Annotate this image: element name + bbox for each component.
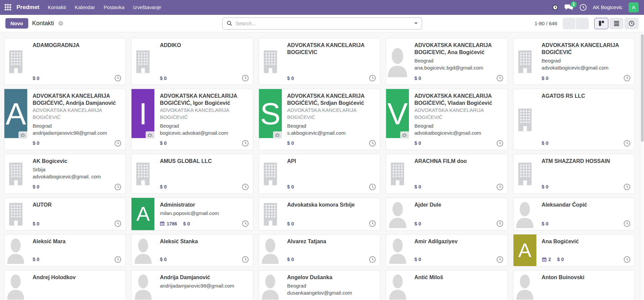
activity-clock-icon[interactable] [242,256,249,263]
amount: $ 0 [542,221,548,226]
activity-clock-icon[interactable] [242,75,249,82]
activity-clock-icon[interactable] [369,220,376,227]
contact-card[interactable]: A Ana Bogićević [513,234,635,266]
contact-card[interactable]: AGATOS RS LLC $ 0 [513,89,635,150]
menu-item-kalendar[interactable]: Kalendar [70,4,99,10]
contact-card[interactable]: Aleksić Stanka $ 0 [131,234,253,266]
activity-clock-icon[interactable] [496,256,503,263]
activity-clock-icon[interactable] [623,256,631,263]
pager[interactable]: 1-80 / 646 [534,20,557,26]
activity-small-clock-icon[interactable] [552,4,558,10]
contact-card-body: AUTOR $ 0 [27,198,125,230]
activity-clock-icon[interactable] [623,220,631,227]
building-icon [263,162,278,186]
search-bar[interactable] [222,17,422,30]
view-list-button[interactable] [609,18,623,29]
user-avatar[interactable]: A [629,2,639,12]
contact-card[interactable]: V ADVOKATSKA KANCELARIJA BOGIĆEVIĆ, Vlad… [386,89,507,150]
amount: $ 0 [33,140,39,146]
contact-card[interactable]: Alvarez Tatjana $ 0 [259,234,380,266]
contact-name: ADVOKATSKA KANCELARIJA BOGIĆEVIĆ [542,42,631,56]
avatar-letter: A [518,241,531,260]
activity-clock-icon[interactable] [114,75,121,82]
activity-clock-icon[interactable] [369,75,376,82]
activity-clock-icon[interactable] [369,256,376,263]
contact-card[interactable]: AMUS GLOBAL LLC $ 0 [131,154,253,194]
activity-clock-icon[interactable] [114,183,121,190]
contact-card[interactable]: Aleksandar Ćopić $ 0 [513,198,635,230]
contact-card[interactable]: Angelov Dušanka Beograddusankaangelov@gm… [259,270,380,300]
amount: $ 0 [557,257,564,262]
activity-clock-icon[interactable] [242,183,249,190]
app-name[interactable]: Predmet [16,4,39,11]
contact-card[interactable]: I ADVOKATSKA KANCELARIJA BOGIĆEVIĆ, Igor… [131,89,253,150]
letter-avatar: V [386,89,409,138]
messages-icon[interactable]: 2 [564,4,573,11]
contact-card[interactable]: ADVOKATSKA KANCELARIJA BOGIĆEVIĆ Beograd… [513,38,635,85]
activity-clock-icon[interactable] [623,75,631,82]
activity-clock-icon[interactable] [369,183,376,190]
apps-menu-icon[interactable] [5,4,11,10]
scrollbar-track[interactable] [640,33,644,300]
activity-clock-icon[interactable] [242,140,249,147]
contact-name: Advokatska komora Srbije [287,201,376,208]
contact-detail-line: advokatbogicevic@gmail. com [33,173,121,180]
contact-card[interactable]: AUTOR $ 0 [4,198,126,230]
contact-card[interactable]: ADAMOGRADNJA $ 0 [4,38,126,85]
activity-clock-icon[interactable] [114,140,121,147]
contact-card[interactable]: Andrej Holodkov [4,270,126,300]
contact-card[interactable]: Ajder Dule $ 0 [386,198,507,230]
activity-clock-icon[interactable] [623,183,631,190]
menu-item-kontakti[interactable]: Kontakti [43,4,70,10]
activities-clock-icon[interactable] [579,4,587,11]
view-kanban-button[interactable] [594,18,608,29]
activity-clock-icon[interactable] [496,220,503,227]
contact-card[interactable]: Amir Adilgaziyev $ 0 [386,234,507,266]
contact-card[interactable]: Antić Miloš [386,270,507,300]
camera-edit-icon[interactable] [18,131,27,139]
contact-card[interactable]: ADVOKATSKA KANCELARIJA BOGICEVIC $ 0 [259,38,380,85]
contact-card[interactable]: Advokatska komora Srbije $ 0 [259,198,380,230]
contact-card[interactable]: AK Bogicevic Srbijaadvokatbogicevic@gmai… [4,154,126,194]
contact-card[interactable]: ADVOKATSKA KANCELARIJA BOGICEVIC, Ana Bo… [386,38,507,85]
contact-card[interactable]: Anton Buinovski [513,270,635,300]
user-name[interactable]: AK Bogicevic [593,4,622,10]
contact-card[interactable]: A Administrator milan.popovic@gmail.com [131,198,253,230]
contact-card[interactable]: ADDIKO $ 0 [131,38,253,85]
contact-name: Ajder Dule [414,201,503,208]
activity-clock-icon[interactable] [496,183,503,190]
gear-icon[interactable]: ⚙ [58,20,64,27]
pager-next-button[interactable]: › [576,18,589,29]
contact-card[interactable]: S ADVOKATSKA KANCELARIJA BOGIĆEVIĆ, Srdj… [259,89,380,150]
menu-item-izve-tavanje[interactable]: Izveštavanje [129,4,165,10]
camera-edit-icon[interactable] [273,131,282,139]
contact-avatar [259,38,282,85]
activity-clock-icon[interactable] [369,140,376,147]
contact-card[interactable]: ARACHNA FILM doo $ 0 [386,154,507,194]
camera-edit-icon[interactable] [146,131,154,139]
activity-clock-icon[interactable] [242,220,249,227]
search-dropdown-caret-icon[interactable] [414,23,418,24]
menu-item-postavka[interactable]: Postavka [99,4,129,10]
activity-clock-icon[interactable] [114,256,121,263]
contact-card[interactable]: API $ 0 [259,154,380,194]
scrollbar-thumb[interactable] [641,34,644,142]
contact-card[interactable]: ATM SHAZZARD HOSSAIN $ 0 [513,154,635,194]
activity-clock-icon[interactable] [623,140,631,147]
contact-avatar [386,198,409,230]
activity-clock-icon[interactable] [496,140,503,147]
letter-avatar: A [4,89,27,138]
activity-clock-icon[interactable] [496,75,503,82]
contact-card[interactable]: Andrija Damjanović andrijadamjanovic98@g… [131,270,253,300]
contact-avatar [514,154,536,194]
contact-card-body: Aleksandar Ćopić $ 0 [536,198,635,230]
search-input[interactable] [235,20,412,27]
pager-previous-button[interactable]: ‹ [563,18,575,29]
contact-card[interactable]: Aleksić Mara $ 0 [4,234,126,266]
new-button[interactable]: Novo [5,18,28,29]
contact-card[interactable]: A ADVOKATSKA KANCELARIJA BOGIĆEVIĆ, Andr… [4,89,126,150]
view-activity-button[interactable] [624,18,639,29]
camera-edit-icon[interactable] [400,131,409,139]
contact-card-body: Administrator milan.popovic@gmail.com [154,198,253,230]
activity-clock-icon[interactable] [114,220,121,227]
